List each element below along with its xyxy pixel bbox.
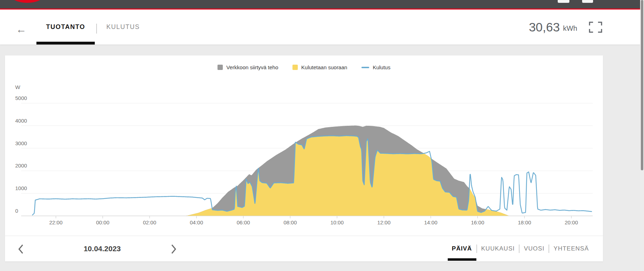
- legend-item-direct-use[interactable]: Kulutetaan suoraan: [292, 64, 347, 70]
- window-button[interactable]: [582, 0, 593, 3]
- tab-kulutus[interactable]: KULUTUS: [104, 10, 143, 45]
- chevron-right-icon: [171, 244, 176, 254]
- previous-day-button[interactable]: [15, 243, 27, 255]
- tab-tuotanto[interactable]: TUOTANTO: [36, 10, 95, 45]
- svg-text:16:00: 16:00: [471, 219, 485, 225]
- yellow-area-swatch-icon: [292, 65, 298, 70]
- legend-item-consumption[interactable]: Kulutus: [361, 64, 390, 70]
- svg-text:18:00: 18:00: [518, 219, 531, 225]
- svg-text:2000: 2000: [15, 163, 27, 169]
- period-tab-bar: PÄIVÄ KUUKAUSI VUOSI YHTEENSÄ: [448, 236, 593, 261]
- back-button[interactable]: ←: [14, 22, 28, 36]
- period-tab-label: YHTEENSÄ: [553, 245, 589, 252]
- legend-label: Kulutus: [373, 64, 390, 70]
- period-tab-vuosi[interactable]: VUOSI: [520, 236, 549, 261]
- svg-text:5000: 5000: [15, 95, 27, 101]
- app-top-bar: [0, 0, 644, 8]
- svg-text:02:00: 02:00: [143, 219, 156, 225]
- svg-text:1000: 1000: [15, 185, 27, 191]
- svg-text:4000: 4000: [15, 118, 27, 124]
- legend-label: Kulutetaan suoraan: [301, 64, 347, 70]
- next-day-button[interactable]: [168, 243, 180, 255]
- energy-total: 30,63 kWh: [529, 10, 602, 45]
- tab-label: KULUTUS: [106, 23, 140, 31]
- brand-logo-icon: [10, 0, 44, 3]
- gray-area-swatch-icon: [217, 65, 223, 70]
- svg-text:10:00: 10:00: [330, 219, 344, 225]
- svg-text:14:00: 14:00: [424, 219, 437, 225]
- period-tab-kuukausi[interactable]: KUUKAUSI: [477, 236, 519, 261]
- active-tab-underline: [36, 42, 95, 45]
- svg-text:04:00: 04:00: [190, 219, 203, 225]
- scrollbar-thumb[interactable]: [641, 0, 643, 170]
- production-chart[interactable]: 010002000300040005000W22:0000:0002:0004:…: [5, 55, 603, 236]
- app-window: ← TUOTANTO KULUTUS 30,63 kWh 01000200030…: [0, 0, 644, 271]
- legend-item-grid-export[interactable]: Verkkoon siirtyvä teho: [217, 64, 278, 70]
- period-tab-yhteensa[interactable]: YHTEENSÄ: [549, 236, 593, 261]
- period-tab-label: VUOSI: [524, 245, 544, 252]
- view-tab-bar: ← TUOTANTO KULUTUS 30,63 kWh: [0, 10, 644, 45]
- legend-label: Verkkoon siirtyvä teho: [226, 64, 278, 70]
- fullscreen-icon[interactable]: [589, 22, 602, 33]
- period-tab-label: PÄIVÄ: [452, 245, 472, 252]
- svg-text:0: 0: [15, 208, 18, 214]
- svg-text:12:00: 12:00: [377, 219, 391, 225]
- svg-text:W: W: [15, 84, 21, 90]
- svg-text:20:00: 20:00: [565, 219, 578, 225]
- svg-text:06:00: 06:00: [237, 219, 250, 225]
- scrollbar-track[interactable]: [640, 0, 644, 271]
- selected-date: 10.04.2023: [62, 236, 143, 261]
- active-period-underline: [448, 258, 476, 261]
- period-tab-label: KUUKAUSI: [481, 245, 515, 252]
- period-tab-paiva[interactable]: PÄIVÄ: [448, 236, 476, 261]
- window-button[interactable]: [558, 0, 569, 3]
- tab-separator: [96, 24, 97, 34]
- svg-text:00:00: 00:00: [96, 219, 110, 225]
- chart-footer: 10.04.2023 PÄIVÄ KUUKAUSI VUOSI: [5, 236, 603, 261]
- chevron-left-icon: [18, 244, 24, 254]
- blue-line-swatch-icon: [361, 67, 369, 68]
- back-arrow-icon: ←: [16, 23, 27, 35]
- svg-text:3000: 3000: [15, 140, 27, 146]
- tab-label: TUOTANTO: [46, 23, 85, 31]
- svg-text:08:00: 08:00: [284, 219, 297, 225]
- chart-card: 010002000300040005000W22:0000:0002:0004:…: [5, 55, 603, 261]
- chart-legend: Verkkoon siirtyvä teho Kulutetaan suoraa…: [5, 64, 603, 70]
- energy-value: 30,63: [529, 20, 560, 34]
- svg-text:22:00: 22:00: [49, 219, 63, 225]
- energy-unit: kWh: [563, 22, 577, 33]
